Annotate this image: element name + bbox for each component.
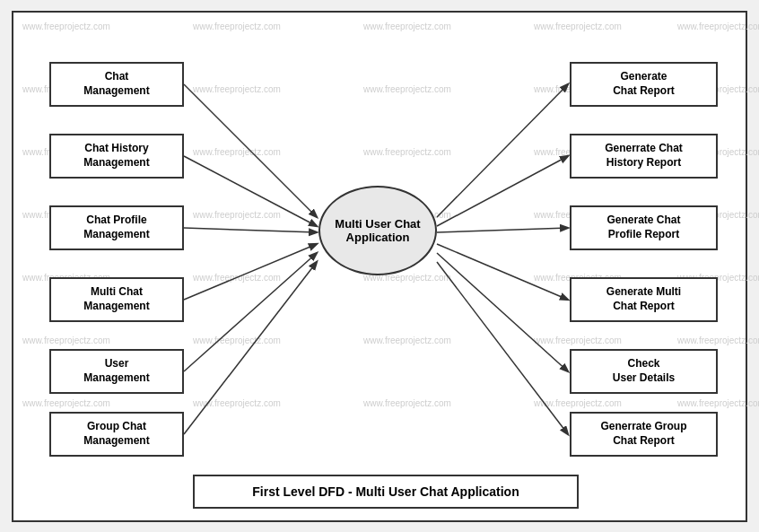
gen-history-report-box: Generrate ChatHistory Report [570, 134, 718, 179]
gen-chat-report-box: GenerateChat Report [570, 62, 718, 107]
svg-line-8 [437, 228, 568, 232]
wm-27: www.freeprojectz.com [193, 336, 281, 345]
watermark-3: www.freeprojectz.com [363, 22, 451, 31]
user-management-box: UserManagement [49, 349, 184, 394]
chat-profile-box: Chat ProfileManagement [49, 205, 184, 250]
wm-31: www.freeprojectz.com [22, 398, 110, 408]
multi-chat-box: Multi ChatManagement [49, 277, 184, 322]
svg-line-5 [184, 262, 317, 434]
gen-multi-report-box: Generate MultiChat Report [570, 277, 718, 322]
svg-line-7 [437, 156, 568, 226]
watermark-7: www.freeprojectz.com [193, 84, 281, 94]
wm-33: www.freeprojectz.com [363, 398, 451, 408]
svg-line-10 [437, 253, 568, 371]
watermark-2: www.freeprojectz.com [193, 22, 281, 31]
svg-line-11 [437, 262, 568, 434]
watermark-8: www.freeprojectz.com [363, 84, 451, 94]
check-user-box: CheckUser Details [570, 349, 718, 394]
gen-profile-report-box: Generate ChatProfile Report [570, 205, 718, 250]
svg-line-0 [184, 84, 317, 217]
wm-28: www.freeprojectz.com [363, 336, 451, 345]
svg-line-6 [437, 84, 568, 217]
wm-35: www.freeprojectz.com [677, 398, 759, 408]
center-ellipse: Multi User ChatApplication [318, 186, 437, 275]
wm-29: www.freeprojectz.com [534, 336, 622, 345]
svg-line-9 [437, 244, 568, 300]
svg-line-4 [184, 253, 317, 371]
svg-line-2 [184, 228, 317, 232]
gen-group-report-box: Generrate GroupChat Report [570, 412, 718, 457]
watermark-5: www.freeprojectz.com [677, 22, 759, 31]
wm-13: www.freeprojectz.com [363, 147, 451, 157]
wm-30: www.freeprojectz.com [677, 336, 759, 345]
wm-26: www.freeprojectz.com [22, 336, 110, 345]
wm-17: www.freeprojectz.com [193, 210, 281, 220]
group-chat-box: Group ChatManagement [49, 412, 184, 457]
wm-34: www.freeprojectz.com [534, 398, 622, 408]
wm-12: www.freeprojectz.com [193, 147, 281, 157]
svg-line-3 [184, 244, 317, 300]
chat-management-box: ChatManagement [49, 62, 184, 107]
wm-32: www.freeprojectz.com [193, 398, 281, 408]
watermark-1: www.freeprojectz.com [22, 22, 110, 31]
footer-label: First Level DFD - Multi User Chat Applic… [193, 475, 579, 509]
chat-history-box: Chat HistoryManagement [49, 134, 184, 179]
watermark-4: www.freeprojectz.com [534, 22, 622, 31]
wm-22: www.freeprojectz.com [193, 273, 281, 283]
diagram-container: www.freeprojectz.com www.freeprojectz.co… [12, 11, 747, 522]
svg-line-1 [184, 156, 317, 226]
